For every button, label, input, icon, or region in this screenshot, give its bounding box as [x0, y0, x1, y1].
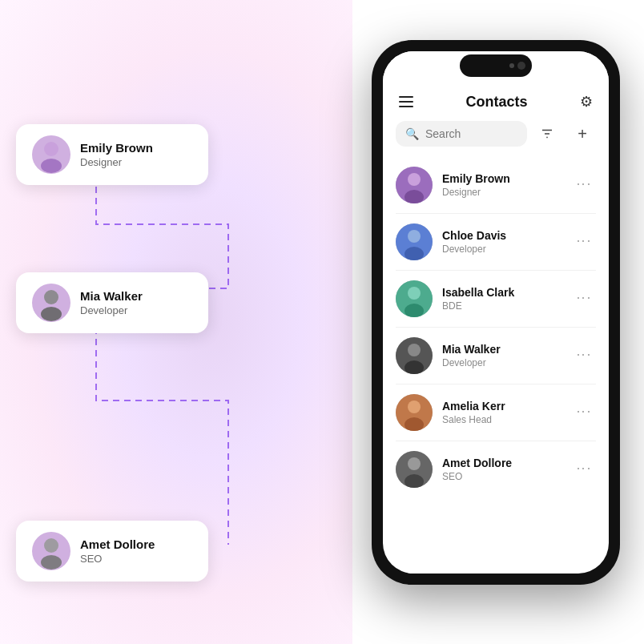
more-button-emily[interactable]: ⋮: [572, 177, 596, 193]
hamburger-line-2: [399, 101, 413, 103]
contact-item-isabella[interactable]: Isabella Clark BDE ⋮: [396, 271, 596, 328]
contact-item-emily[interactable]: Emily Brown Designer ⋮: [396, 157, 596, 214]
filter-icon[interactable]: [533, 120, 561, 147]
svg-point-16: [408, 287, 421, 300]
search-icon: 🔍: [405, 127, 419, 140]
svg-point-13: [408, 230, 421, 243]
contact-info-amet: Amet Dollore SEO: [442, 457, 562, 482]
search-actions: +: [533, 120, 596, 147]
more-button-isabella[interactable]: ⋮: [572, 291, 596, 307]
card-emily-name: Emily Brown: [80, 141, 153, 155]
app-title: Contacts: [465, 94, 527, 111]
more-button-mia[interactable]: ⋮: [572, 348, 596, 364]
contact-item-mia[interactable]: Mia Walker Developer ⋮: [396, 328, 596, 384]
avatar-emily: [32, 135, 70, 174]
add-contact-icon[interactable]: +: [569, 120, 596, 147]
hamburger-menu[interactable]: [399, 96, 413, 107]
search-input-wrap[interactable]: 🔍: [396, 121, 527, 147]
avatar-list-chloe: [396, 223, 433, 260]
hamburger-line-1: [399, 96, 413, 98]
phone-mockup: Contacts ⚙ 🔍 +: [372, 40, 620, 585]
svg-point-2: [44, 290, 58, 304]
contact-item-chloe[interactable]: Chloe Davis Developer ⋮: [396, 214, 596, 271]
contact-name-mia: Mia Walker: [442, 343, 562, 356]
avatar-amet: [32, 532, 70, 570]
phone-body: Contacts ⚙ 🔍 +: [372, 40, 620, 585]
search-bar: 🔍 +: [396, 120, 596, 147]
contact-item-amet[interactable]: Amet Dollore SEO ⋮: [396, 441, 596, 497]
contact-role-chloe: Developer: [442, 244, 562, 255]
face-id-sensor: [509, 63, 514, 68]
card-mia[interactable]: Mia Walker Developer: [16, 272, 208, 333]
card-mia-name: Mia Walker: [80, 289, 143, 303]
contact-name-chloe: Chloe Davis: [442, 229, 562, 242]
settings-icon[interactable]: ⚙: [580, 93, 593, 111]
contact-info-mia: Mia Walker Developer: [442, 343, 562, 368]
more-button-amelia[interactable]: ⋮: [572, 405, 596, 421]
card-amet-role: SEO: [80, 553, 155, 565]
card-emily-role: Designer: [80, 156, 153, 168]
contact-name-amet: Amet Dollore: [442, 457, 562, 469]
card-amet-info: Amet Dollore SEO: [80, 537, 155, 565]
contact-role-amet: SEO: [442, 471, 562, 482]
card-emily[interactable]: Emily Brown Designer: [16, 124, 208, 185]
card-amet[interactable]: Amet Dollore SEO: [16, 521, 208, 582]
avatar-list-amet: [396, 451, 433, 488]
svg-point-3: [41, 307, 62, 321]
contacts-list: Emily Brown Designer ⋮ Chloe Dav: [383, 157, 609, 574]
contact-item-amelia[interactable]: Amelia Kerr Sales Head ⋮: [396, 384, 596, 441]
contact-name-emily: Emily Brown: [442, 172, 562, 185]
contact-name-amelia: Amelia Kerr: [442, 400, 562, 413]
svg-point-0: [44, 142, 58, 156]
avatar-list-mia: [396, 337, 433, 374]
card-emily-info: Emily Brown Designer: [80, 141, 153, 168]
svg-point-25: [408, 457, 421, 470]
contact-role-mia: Developer: [442, 357, 562, 368]
svg-point-10: [408, 173, 421, 186]
front-camera: [517, 62, 525, 70]
card-mia-info: Mia Walker Developer: [80, 289, 143, 316]
contact-name-isabella: Isabella Clark: [442, 286, 562, 299]
hamburger-line-3: [399, 106, 413, 107]
phone-notch: [460, 54, 532, 77]
contact-info-isabella: Isabella Clark BDE: [442, 286, 562, 312]
avatar-mia: [32, 284, 70, 322]
contact-info-amelia: Amelia Kerr Sales Head: [442, 400, 562, 425]
contact-info-chloe: Chloe Davis Developer: [442, 229, 562, 255]
contact-role-amelia: Sales Head: [442, 414, 562, 425]
contact-role-isabella: BDE: [442, 300, 562, 312]
svg-point-1: [41, 159, 62, 173]
search-input[interactable]: [425, 127, 517, 140]
contact-info-emily: Emily Brown Designer: [442, 172, 562, 198]
more-button-amet[interactable]: ⋮: [572, 461, 596, 477]
svg-point-5: [41, 555, 62, 570]
svg-point-19: [408, 344, 421, 356]
more-button-chloe[interactable]: ⋮: [572, 234, 596, 250]
avatar-list-amelia: [396, 394, 433, 431]
card-mia-role: Developer: [80, 304, 143, 316]
avatar-list-emily: [396, 167, 433, 203]
svg-point-22: [408, 400, 421, 413]
svg-point-4: [44, 538, 58, 553]
card-amet-name: Amet Dollore: [80, 537, 155, 551]
avatar-list-isabella: [396, 280, 433, 317]
phone-screen: Contacts ⚙ 🔍 +: [383, 51, 609, 574]
contact-role-emily: Designer: [442, 187, 562, 198]
